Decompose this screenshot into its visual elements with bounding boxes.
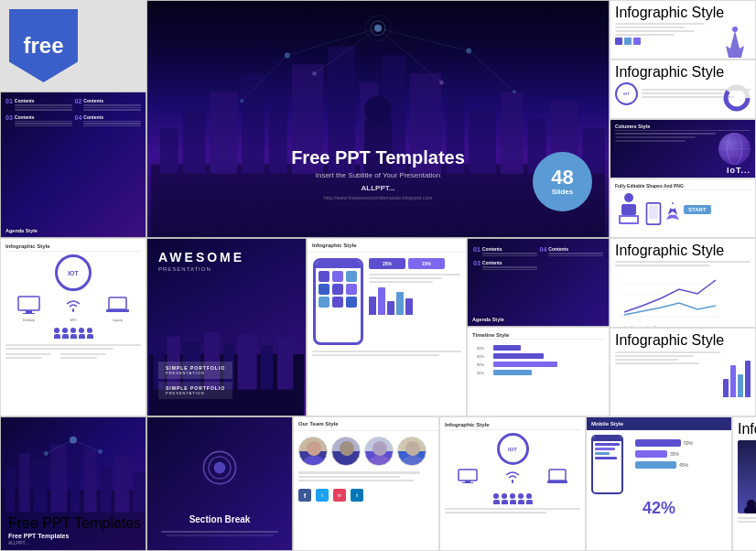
tablet-icon [645, 202, 662, 225]
svg-point-89 [369, 456, 391, 466]
svg-rect-1 [160, 128, 178, 174]
free-badge-area: free [0, 0, 146, 92]
svg-rect-60 [261, 345, 274, 389]
right-slide-infographic-2[interactable]: Infographic Style IOT [610, 59, 756, 119]
svg-rect-2 [183, 110, 206, 173]
agenda2-c3: Contents [482, 260, 537, 265]
social-icon-1: f [298, 489, 311, 502]
svg-rect-72 [84, 449, 97, 513]
mobile-slide[interactable]: Mobile Style 50% [586, 416, 732, 551]
svg-point-84 [307, 441, 321, 456]
mobile-phone-shape [591, 435, 623, 494]
svg-rect-73 [101, 467, 112, 512]
free-ppt-title-label: Free PPT Templates [8, 533, 69, 539]
hero-url: http://www.freepowerpointtemplate.blogsp… [277, 195, 479, 200]
svg-point-90 [405, 441, 420, 456]
social-icon-3: in [333, 489, 346, 502]
rocket-icon [664, 200, 681, 225]
num-03: 03 [5, 114, 13, 128]
social-icon-4: li [351, 489, 363, 502]
right-slide-columns[interactable]: Columns Style [610, 119, 756, 178]
svg-line-22 [469, 51, 514, 92]
right-slide-chart[interactable]: Infographic Style Line [610, 238, 756, 328]
svg-rect-44 [621, 217, 637, 222]
team-photo-3 [364, 437, 394, 466]
num-01: 01 [5, 98, 13, 112]
svg-point-85 [303, 456, 325, 466]
svg-rect-3 [210, 92, 237, 173]
awesome-slide[interactable]: AWESOME PRESENTATION SIMPLE PORTFOLIO PR… [146, 238, 307, 416]
hero-subtitle: Insert the Subtitle of Your Presentation [277, 171, 479, 179]
contents-label-4: Contents [83, 114, 141, 120]
person-laptop-icon [615, 193, 643, 225]
phone-infographic-slide[interactable]: Infographic Style [307, 238, 467, 416]
line-chart [615, 271, 725, 321]
section-break-slide[interactable]: Section Break [146, 416, 293, 551]
svg-point-79 [44, 451, 49, 456]
mob-val-1: 50% [684, 440, 693, 446]
agenda2-num-04: 04 [540, 246, 547, 257]
social-icon-2: t [316, 489, 329, 502]
right-slide-shapes[interactable]: Fully Editable Shapes And PNG [610, 178, 756, 238]
svg-rect-92 [459, 470, 477, 481]
svg-rect-50 [23, 313, 35, 314]
hero-slide[interactable]: Free PPT Templates Insert the Subtitle o… [146, 0, 610, 238]
agenda2-c1: Contents [482, 246, 537, 252]
free-ppt-logo: ALLPPT... [8, 540, 28, 546]
timeline-slide[interactable]: Timeline Style 20% 45% 60% 35% [467, 327, 610, 416]
r-inf-title-3: Infographic Style [615, 332, 751, 349]
r-chart-title: Infographic Style [615, 243, 751, 259]
svg-rect-68 [19, 453, 30, 512]
iot-slide-row3[interactable]: Infographic Style IOT [439, 416, 586, 551]
our-team-slide[interactable]: Our Team Style [293, 416, 439, 551]
simple-portfolio-presentation: PRESENTATION [166, 371, 225, 375]
t-pct-1: 20% [477, 346, 491, 351]
contents-label-2: Contents [83, 98, 141, 103]
iot-circle: IOT [55, 254, 92, 291]
slides-text: Slides [552, 188, 574, 196]
svg-rect-95 [549, 470, 566, 481]
contents-label-1: Contents [15, 98, 72, 103]
columns-style-label: Columns Style [615, 124, 751, 131]
desktop-icon: Desktop [17, 296, 40, 322]
svg-point-29 [513, 90, 516, 93]
awesome-title: AWESOME [158, 250, 295, 265]
t-pct-3: 60% [477, 362, 491, 367]
svg-point-24 [285, 53, 290, 59]
svg-rect-69 [34, 460, 48, 512]
wifi-icon: WiFi [64, 296, 82, 322]
laptop-icon-r3 [547, 469, 567, 489]
section-break-title: Section Break [147, 514, 292, 524]
svg-point-28 [240, 99, 243, 103]
awesome-presentation: PRESENTATION [158, 266, 295, 272]
svg-rect-96 [547, 481, 567, 483]
our-team-title: Our Team Style [294, 417, 438, 431]
agenda2-num-01: 01 [473, 246, 481, 257]
free-ppt-slide[interactable]: Free PPT Templates Free PPT Templates AL… [0, 416, 146, 551]
svg-rect-67 [5, 467, 15, 512]
svg-point-98 [747, 500, 756, 509]
agenda-slide-2[interactable]: 01 Contents 04 Contents [467, 238, 610, 327]
pct-42-label: 42% [591, 499, 727, 518]
agenda-slide[interactable]: 01 Contents 02 Contents [0, 92, 146, 238]
globe-icon [718, 133, 751, 165]
team-photo-1 [298, 437, 328, 466]
svg-rect-93 [465, 481, 470, 482]
right-slide-infographic-3[interactable]: Infographic Style [610, 328, 756, 416]
audience-slide[interactable]: Infographic Style [732, 416, 756, 551]
laptop-icon-mid: Laptop [106, 296, 129, 322]
team-photo-2 [331, 437, 361, 466]
svg-point-25 [466, 49, 471, 54]
svg-point-47 [670, 204, 675, 209]
right-slide-infographic-1[interactable]: Infographic Style [610, 0, 756, 59]
svg-point-27 [439, 81, 444, 85]
iot-columns-label: IoT... [727, 166, 751, 175]
r-slide-title-1: Infographic Style [615, 5, 751, 21]
mobile-title: Mobile Style [587, 417, 731, 430]
iot-infographic-slide[interactable]: Infographic Style IOT Desktop [0, 238, 146, 416]
t-pct-2: 45% [477, 354, 491, 359]
t-pct-4: 35% [477, 371, 491, 375]
svg-point-34 [732, 27, 738, 32]
phone-slide-title: Infographic Style [308, 239, 466, 253]
svg-point-83 [214, 462, 226, 474]
